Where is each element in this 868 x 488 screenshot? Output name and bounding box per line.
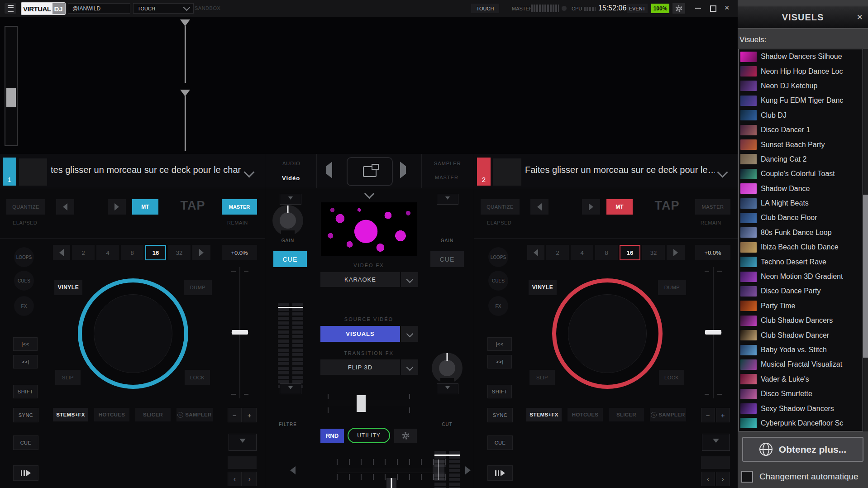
- rnd-button[interactable]: RND: [320, 429, 344, 443]
- quantize-button[interactable]: QUANTIZE: [481, 199, 520, 215]
- list-item[interactable]: Ibiza Beach Club Dance: [739, 240, 863, 254]
- loop-2-button[interactable]: 2: [546, 245, 569, 260]
- list-item[interactable]: Cyberpunk Dancefloor Sc: [739, 416, 863, 431]
- pad-param-right-button[interactable]: ›: [716, 472, 730, 486]
- list-item[interactable]: Shadow Dancers Silhoue: [739, 49, 863, 64]
- list-item[interactable]: Neon DJ Ketchup: [739, 79, 863, 93]
- list-item[interactable]: 80s Funk Dance Loop: [739, 225, 863, 240]
- video-preview[interactable]: [321, 202, 417, 256]
- video-next-button[interactable]: [400, 166, 406, 174]
- slip-button[interactable]: SLIP: [529, 370, 555, 385]
- tab-stems-fx[interactable]: STEMS+FX: [526, 408, 562, 421]
- fader-handle[interactable]: [278, 307, 303, 308]
- loop-16-button[interactable]: 16: [145, 245, 166, 260]
- album-art-placeholder[interactable]: [493, 158, 521, 186]
- shift-button[interactable]: SHIFT: [13, 385, 38, 398]
- list-item[interactable]: Couple's Colorful Toast: [739, 167, 863, 181]
- loop-32-button[interactable]: 32: [642, 245, 665, 260]
- play-pause-button[interactable]: [13, 465, 38, 481]
- visuals-scrollbar[interactable]: [863, 49, 868, 431]
- channel2-cut-dropdown[interactable]: [437, 383, 458, 394]
- pitch-slider-handle[interactable]: [705, 330, 721, 335]
- play-pause-button[interactable]: [487, 465, 513, 481]
- pad-param-left-button[interactable]: ‹: [701, 472, 715, 486]
- list-item[interactable]: Musical Fractal Visualizat: [739, 357, 863, 372]
- tab-stems-fx[interactable]: STEMS+FX: [53, 408, 88, 421]
- tab-hotcues[interactable]: HOTCUES: [568, 408, 603, 421]
- video-prev-button[interactable]: [326, 166, 332, 174]
- list-item[interactable]: Disco Dancer 1: [739, 123, 863, 137]
- tab-slicer[interactable]: SLICER: [609, 408, 644, 421]
- sync-button[interactable]: SYNC: [13, 408, 38, 422]
- video-transition-slider[interactable]: [320, 389, 418, 416]
- pad-bank-dropdown[interactable]: [702, 434, 730, 451]
- sync-button[interactable]: SYNC: [487, 408, 513, 422]
- channel1-eq-dropdown[interactable]: [280, 194, 301, 205]
- list-item[interactable]: Baby Yoda vs. Stitch: [739, 343, 863, 357]
- tab-sampler[interactable]: SSAMPLER: [176, 408, 213, 421]
- list-item[interactable]: Club DJ: [739, 108, 863, 123]
- scrollbar-thumb[interactable]: [863, 195, 868, 358]
- list-item[interactable]: Sexy Shadow Dancers: [739, 401, 863, 416]
- channel2-gain-knob[interactable]: [432, 353, 463, 383]
- list-item[interactable]: Disco Smurfette: [739, 387, 863, 401]
- master-button[interactable]: MASTER: [695, 199, 730, 215]
- crossfader-handle[interactable]: [386, 478, 396, 488]
- tap-button[interactable]: TAP: [179, 196, 206, 215]
- channel1-volume-fader[interactable]: [278, 303, 303, 389]
- album-art-placeholder[interactable]: [19, 158, 47, 186]
- list-item[interactable]: LA Night Beats: [739, 196, 863, 211]
- pad-param-left-button[interactable]: ‹: [228, 472, 242, 486]
- fx-button[interactable]: FX: [488, 296, 508, 316]
- vinyl-button[interactable]: VINYLE: [529, 280, 557, 295]
- utility-button[interactable]: UTILITY: [348, 428, 390, 443]
- jog-wheel[interactable]: [78, 278, 188, 389]
- settings-gear-button[interactable]: [672, 3, 685, 14]
- pitch-value[interactable]: +0.0%: [695, 245, 730, 260]
- touch-mode-button[interactable]: TOUCH: [471, 4, 499, 13]
- chevron-down-icon[interactable]: [243, 167, 254, 177]
- menu-icon[interactable]: [5, 3, 16, 14]
- loop-double-button[interactable]: [667, 245, 685, 260]
- loop-4-button[interactable]: 4: [96, 245, 119, 260]
- video-transition-handle[interactable]: [357, 395, 366, 412]
- close-button[interactable]: ×: [725, 3, 730, 13]
- pad-param-right-button[interactable]: ›: [243, 472, 257, 486]
- loop-8-button[interactable]: 8: [595, 245, 618, 260]
- channel1-gain-knob[interactable]: [272, 205, 303, 236]
- user-field[interactable]: @IANWILD: [68, 3, 130, 14]
- minimize-button[interactable]: [695, 8, 701, 9]
- sandbox-button[interactable]: SANDBOX: [195, 5, 220, 11]
- sampler-tab[interactable]: SAMPLER: [434, 161, 461, 166]
- remain-label[interactable]: REMAIN: [227, 220, 248, 225]
- loops-button[interactable]: LOOPS: [14, 247, 34, 267]
- vinyl-button[interactable]: VINYLE: [54, 280, 82, 295]
- list-item[interactable]: Techno Desert Rave: [739, 254, 863, 269]
- loop-8-button[interactable]: 8: [121, 245, 143, 260]
- list-item[interactable]: Neon Hip Hop Dance Loc: [739, 64, 863, 78]
- pad-bank-dropdown[interactable]: [229, 434, 257, 451]
- list-item[interactable]: Kung Fu EDM Tiger Danc: [739, 93, 863, 108]
- wave-zoom-handle[interactable]: [6, 88, 16, 107]
- skin-select[interactable]: TOUCH: [133, 3, 194, 14]
- list-item[interactable]: Club Shadow Dancer: [739, 328, 863, 342]
- tab-hotcues[interactable]: HOTCUES: [94, 408, 129, 421]
- elapsed-label[interactable]: ELAPSED: [487, 220, 511, 225]
- tap-button[interactable]: TAP: [653, 196, 681, 215]
- dump-button[interactable]: DUMP: [658, 280, 686, 295]
- quantize-button[interactable]: QUANTIZE: [6, 199, 45, 215]
- master-tab[interactable]: MASTER: [435, 175, 458, 180]
- pad-page-plus-button[interactable]: +: [716, 408, 730, 422]
- cue-button[interactable]: CUE: [13, 435, 38, 450]
- pad-page-plus-button[interactable]: +: [243, 408, 257, 422]
- mixer-settings-button[interactable]: [394, 429, 417, 443]
- lock-button[interactable]: LOCK: [659, 370, 684, 385]
- event-button[interactable]: EVENT: [627, 4, 648, 13]
- loop-half-button[interactable]: [527, 245, 544, 260]
- tab-slicer[interactable]: SLICER: [135, 408, 171, 421]
- lock-button[interactable]: LOCK: [185, 370, 210, 385]
- shift-button[interactable]: SHIFT: [487, 385, 512, 398]
- list-item[interactable]: Shadow Dance: [739, 182, 863, 196]
- crossfader-track[interactable]: [337, 467, 446, 473]
- next-track-button[interactable]: >>|: [13, 355, 38, 368]
